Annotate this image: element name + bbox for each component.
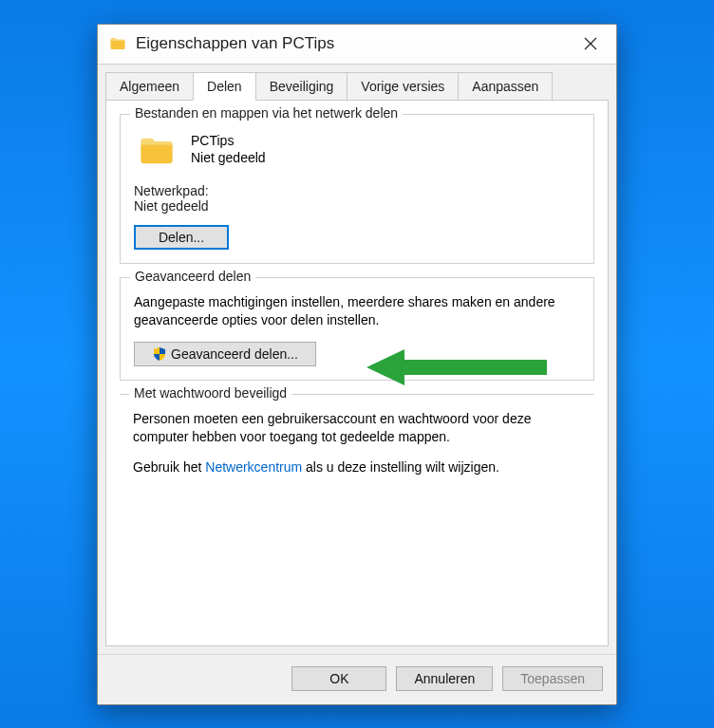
share-button[interactable]: Delen... (134, 225, 229, 250)
password-line1: Personen moeten een gebruikersaccount en… (133, 410, 581, 447)
group-title-password: Met wachtwoord beveiligd (129, 385, 291, 401)
advanced-description: Aangepaste machtigingen instellen, meerd… (134, 293, 580, 330)
dialog-footer: OK Annuleren Toepassen (98, 654, 616, 704)
advanced-share-button[interactable]: Geavanceerd delen... (134, 342, 316, 366)
group-title-advanced: Geavanceerd delen (130, 269, 255, 284)
window-title: Eigenschappen van PCTips (136, 34, 569, 53)
titlebar: Eigenschappen van PCTips (98, 25, 616, 65)
password-line2-prefix: Gebruik het (133, 459, 205, 475)
tab-algemeen[interactable]: Algemeen (105, 72, 194, 100)
cancel-button[interactable]: Annuleren (396, 666, 493, 691)
folder-info-row: PCTips Niet gedeeld (134, 132, 580, 170)
network-path-value: Niet gedeeld (134, 198, 580, 214)
network-center-link[interactable]: Netwerkcentrum (205, 459, 302, 475)
folder-name: PCTips (191, 132, 266, 150)
network-share-group: Bestanden en mappen via het netwerk dele… (120, 114, 594, 264)
password-line2: Gebruik het Netwerkcentrum als u deze in… (133, 458, 581, 477)
advanced-share-button-label: Geavanceerd delen... (171, 346, 298, 362)
tabs: Algemeen Delen Beveiliging Vorige versie… (98, 65, 616, 100)
close-icon (584, 37, 597, 50)
group-title-share: Bestanden en mappen via het netwerk dele… (130, 105, 403, 121)
folder-icon (109, 35, 126, 52)
network-path-label: Netwerkpad: (134, 183, 580, 198)
tab-panel-delen: Bestanden en mappen via het netwerk dele… (105, 100, 609, 646)
advanced-share-group: Geavanceerd delen Aangepaste machtiginge… (120, 277, 594, 381)
tab-vorige-versies[interactable]: Vorige versies (347, 72, 459, 100)
folder-large-icon (138, 132, 176, 170)
tab-beveiliging[interactable]: Beveiliging (255, 72, 348, 100)
uac-shield-icon (152, 346, 167, 362)
tab-aanpassen[interactable]: Aanpassen (458, 72, 553, 100)
tab-delen[interactable]: Delen (193, 72, 256, 101)
folder-meta: PCTips Niet gedeeld (191, 132, 266, 168)
folder-status: Niet gedeeld (191, 149, 266, 167)
ok-button[interactable]: OK (291, 666, 386, 691)
password-line2-suffix: als u deze instelling wilt wijzigen. (302, 459, 499, 475)
properties-window: Eigenschappen van PCTips Algemeen Delen … (97, 24, 617, 705)
close-button[interactable] (569, 25, 612, 64)
password-group: Met wachtwoord beveiligd Personen moeten… (120, 394, 594, 493)
apply-button[interactable]: Toepassen (502, 666, 603, 691)
